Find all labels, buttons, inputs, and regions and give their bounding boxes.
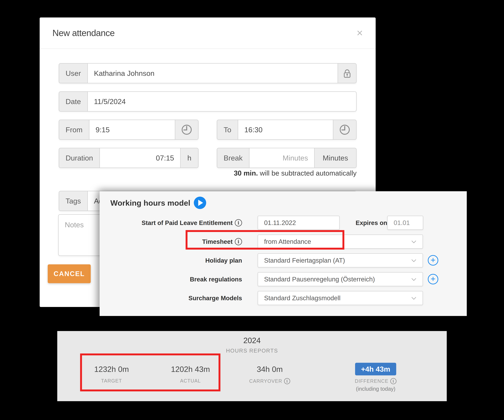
difference-badge: +4h 43m (355, 363, 396, 375)
to-field-group: To (217, 120, 357, 140)
target-value: 1232h 0m (94, 362, 129, 377)
user-field-group: User (59, 63, 357, 83)
chevron-down-icon (410, 257, 417, 264)
date-input[interactable] (88, 92, 356, 111)
break-input[interactable] (249, 148, 314, 168)
paid-leave-label: Start of Paid Leave Entitlement (142, 219, 233, 227)
from-field-group: From (59, 120, 198, 140)
chevron-down-icon (410, 238, 417, 245)
duration-unit-label: h (180, 148, 198, 168)
date-row: Date (59, 91, 357, 112)
from-input[interactable] (89, 120, 175, 139)
difference-label: DIFFERENCE (355, 378, 388, 384)
break-field-group: Break Minutes (217, 148, 357, 168)
user-row: User (59, 63, 357, 83)
surcharge-models-dropdown[interactable]: Standard Zuschlagsmodell (258, 291, 423, 305)
surcharge-models-value: Standard Zuschlagsmodell (264, 294, 340, 302)
break-auto-note: 30 min. will be subtracted automatically (59, 169, 357, 177)
paid-leave-start-input[interactable]: 01.11.2022 (258, 216, 340, 230)
info-icon[interactable]: i (390, 378, 396, 384)
timesheet-dropdown[interactable]: from Attendance (258, 234, 423, 249)
add-holiday-plan-button[interactable]: + (428, 255, 438, 266)
timesheet-value: from Attendance (264, 238, 311, 245)
break-regulations-dropdown[interactable]: Standard Pausenregelung (Österreich) (258, 272, 423, 286)
difference-note: (including today) (356, 386, 396, 392)
break-auto-note-minutes: 30 min. (234, 169, 258, 177)
actual-label: ACTUAL (180, 378, 201, 384)
duration-field-group: Duration h (59, 148, 198, 168)
page-background: { "modal": { "title": "New attendance", … (0, 0, 504, 420)
duration-input[interactable] (100, 148, 180, 168)
carryover-value: 34h 0m (257, 362, 283, 377)
to-label: To (217, 120, 238, 139)
surcharge-models-row: Surcharge Models Standard Zuschlagsmodel… (100, 291, 467, 305)
hours-report-panel: 2024 HOURS REPORTS 1232h 0m TARGET 1202h… (57, 331, 447, 401)
carryover-label-wrap: CARRYOVER i (249, 378, 290, 384)
info-icon[interactable]: i (235, 238, 242, 245)
to-input[interactable] (238, 120, 333, 139)
date-label: Date (59, 92, 88, 111)
difference-label-wrap: DIFFERENCE i (355, 378, 396, 384)
play-video-button[interactable] (194, 197, 206, 209)
holiday-plan-dropdown[interactable]: Standard Feiertagsplan (AT) (258, 253, 423, 267)
break-regulations-row: Break regulations Standard Pausenregelun… (100, 272, 467, 286)
working-hours-model-panel: Working hours model Start of Paid Leave … (100, 191, 467, 316)
holiday-plan-label: Holiday plan (205, 257, 242, 264)
chevron-down-icon (410, 294, 417, 302)
expires-on-label: Expires on (356, 219, 387, 227)
to-clock-icon[interactable] (333, 120, 356, 139)
timesheet-row: Timesheet i from Attendance (100, 234, 467, 249)
actual-value: 1202h 43m (171, 362, 210, 377)
duration-break-row: Duration h Break Minutes (59, 148, 357, 168)
stat-actual: 1202h 43m ACTUAL (171, 362, 210, 384)
info-icon[interactable]: i (284, 378, 290, 384)
modal-title: New attendance (52, 28, 115, 38)
date-field-group: Date (59, 91, 357, 112)
report-subtitle: HOURS REPORTS (57, 348, 447, 354)
working-hours-header: Working hours model (110, 197, 206, 209)
play-icon (198, 200, 203, 206)
timesheet-label: Timesheet (202, 238, 233, 245)
add-break-regulation-button[interactable]: + (428, 274, 438, 284)
stat-target: 1232h 0m TARGET (94, 362, 129, 384)
break-regulations-label: Break regulations (190, 276, 242, 283)
working-hours-title: Working hours model (110, 198, 190, 207)
paid-leave-label-wrap: Start of Paid Leave Entitlement i (142, 219, 242, 227)
from-clock-icon[interactable] (175, 120, 198, 139)
break-auto-note-text: will be subtracted automatically (258, 169, 357, 177)
duration-label: Duration (59, 148, 100, 168)
paid-leave-row: Start of Paid Leave Entitlement i 01.11.… (100, 216, 467, 230)
report-year: 2024 (57, 336, 447, 345)
lock-icon (338, 64, 356, 83)
target-label: TARGET (101, 378, 122, 384)
chevron-down-icon (410, 276, 417, 283)
break-regulations-label-wrap: Break regulations (190, 276, 242, 283)
holiday-plan-label-wrap: Holiday plan (205, 257, 242, 264)
break-unit-label: Minutes (314, 148, 356, 168)
surcharge-models-label: Surcharge Models (188, 294, 242, 302)
surcharge-models-label-wrap: Surcharge Models (188, 294, 242, 302)
stat-difference: +4h 43m DIFFERENCE i (including today) (355, 362, 396, 392)
carryover-label: CARRYOVER (249, 378, 282, 384)
cancel-button[interactable]: CANCEL (48, 264, 91, 283)
info-icon[interactable]: i (235, 219, 242, 227)
holiday-plan-row: Holiday plan Standard Feiertagsplan (AT)… (100, 253, 467, 267)
user-input[interactable] (88, 64, 338, 83)
break-regulations-value: Standard Pausenregelung (Österreich) (264, 276, 375, 283)
holiday-plan-value: Standard Feiertagsplan (AT) (264, 257, 345, 264)
user-label: User (59, 64, 88, 83)
timesheet-label-wrap: Timesheet i (202, 238, 242, 245)
stat-carryover: 34h 0m CARRYOVER i (249, 362, 290, 384)
tags-label: Tags (59, 191, 88, 211)
close-icon[interactable]: × (357, 28, 363, 38)
break-label: Break (217, 148, 249, 168)
from-to-row: From To (59, 120, 357, 140)
from-label: From (59, 120, 89, 139)
difference-value-wrap: +4h 43m (355, 362, 396, 377)
expires-on-input[interactable]: 01.01 (387, 216, 423, 230)
modal-header: New attendance × (40, 18, 376, 49)
